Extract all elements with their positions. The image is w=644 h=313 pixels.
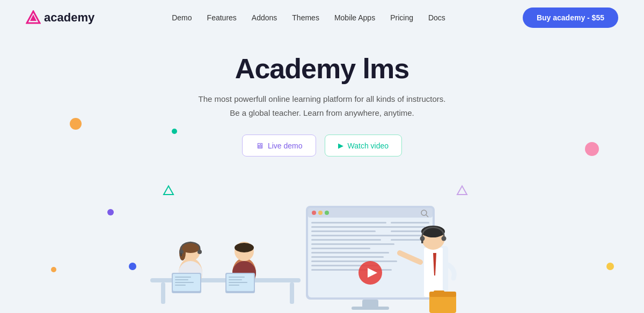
svg-rect-17 [175, 285, 186, 286]
hero-buttons: 🖥 Live demo ▶ Watch video [11, 135, 633, 156]
nav-item-addons[interactable]: Addons [252, 13, 277, 23]
svg-rect-45 [311, 248, 370, 249]
svg-rect-6 [290, 282, 294, 304]
svg-rect-5 [161, 282, 165, 304]
svg-rect-57 [352, 307, 389, 310]
svg-rect-56 [362, 300, 378, 308]
svg-rect-43 [311, 239, 381, 241]
watch-video-button[interactable]: ▶ Watch video [325, 135, 402, 156]
nav-item-features[interactable]: Features [207, 13, 237, 23]
svg-rect-27 [229, 277, 245, 278]
svg-rect-46 [311, 252, 389, 254]
hero-section: Academy lms The most powerfull online le… [0, 35, 644, 156]
logo-text: academy [44, 11, 94, 25]
nav-item-pricing[interactable]: Pricing [390, 13, 413, 23]
hero-illustration [0, 195, 644, 313]
live-demo-button[interactable]: 🖥 Live demo [242, 135, 316, 156]
buy-button[interactable]: Buy academy - $55 [523, 8, 618, 28]
svg-rect-48 [311, 260, 397, 262]
svg-rect-51 [391, 222, 429, 223]
svg-rect-39 [311, 222, 386, 223]
svg-point-19 [197, 250, 202, 254]
svg-rect-20 [180, 253, 182, 256]
svg-rect-44 [311, 243, 394, 245]
svg-rect-66 [429, 294, 456, 313]
nav-item-docs[interactable]: Docs [428, 13, 445, 23]
nav-item-demo[interactable]: Demo [172, 13, 192, 23]
monitor-icon: 🖥 [255, 141, 264, 150]
navigation: academy Demo Features Addons Themes Mobi… [0, 0, 644, 35]
svg-rect-47 [311, 256, 384, 258]
svg-rect-41 [311, 230, 376, 232]
hero-subtitle: The most powerfull online learning platf… [11, 92, 633, 120]
nav-item-mobile-apps[interactable]: Mobile Apps [334, 13, 375, 23]
svg-rect-28 [229, 279, 242, 280]
svg-rect-42 [311, 235, 392, 236]
svg-rect-16 [175, 282, 194, 283]
nav-item-themes[interactable]: Themes [292, 13, 319, 23]
logo-icon [26, 10, 41, 25]
play-icon: ▶ [338, 141, 343, 150]
svg-point-35 [318, 211, 323, 215]
nav-links: Demo Features Addons Themes Mobile Apps … [172, 13, 445, 23]
svg-rect-65 [421, 240, 423, 243]
svg-point-64 [442, 236, 447, 241]
svg-rect-54 [391, 235, 423, 236]
svg-rect-29 [229, 282, 247, 283]
svg-point-23 [235, 243, 254, 252]
svg-rect-52 [391, 226, 426, 228]
svg-rect-68 [434, 290, 444, 295]
hero-title: Academy lms [11, 53, 633, 85]
logo[interactable]: academy [26, 10, 94, 25]
illustration-svg [107, 190, 537, 313]
svg-point-36 [325, 211, 329, 215]
svg-rect-14 [175, 277, 191, 278]
svg-point-34 [312, 211, 316, 215]
svg-rect-15 [175, 279, 188, 280]
svg-rect-40 [311, 226, 397, 228]
svg-rect-30 [229, 285, 239, 286]
